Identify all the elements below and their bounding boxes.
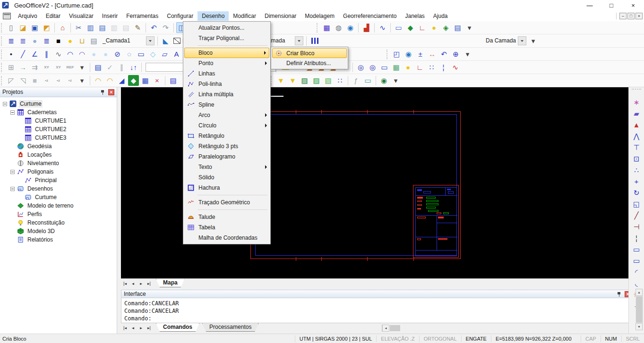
select-window-icon[interactable]: ◸ <box>6 75 17 86</box>
home-icon[interactable]: ⌂ <box>57 22 68 33</box>
cut-icon[interactable]: ✂ <box>73 22 84 33</box>
rounded-rect-icon[interactable]: ▭ <box>362 75 373 86</box>
trim-icon[interactable]: ⊣ <box>631 221 642 232</box>
reconstituicao-icon[interactable]: ● <box>429 22 439 33</box>
tree-expander-icon[interactable] <box>10 110 15 115</box>
modelo-terreno-icon[interactable]: ◆ <box>405 22 416 33</box>
menu-ferramentas[interactable]: Ferramentas <box>122 11 163 21</box>
eraser-icon[interactable]: ▰ <box>631 108 642 119</box>
profile-red-icon[interactable]: ∟ <box>414 62 425 73</box>
break-icon[interactable]: ¦ <box>631 233 642 243</box>
tree-item-reconstituicao[interactable]: Reconstituição <box>1 218 117 227</box>
menu-item-circulo[interactable]: Círculo <box>183 120 270 131</box>
parallel-disabled-icon[interactable]: ∥ <box>116 62 127 73</box>
rectangle-3pt-tool-icon[interactable]: ◇ <box>147 49 158 59</box>
tree-item-curtume-root[interactable]: Curtume <box>1 100 117 108</box>
paste-disabled-icon[interactable]: ▤ <box>120 22 131 33</box>
cmd-next-button[interactable]: ▸ <box>137 324 145 332</box>
tree-item-modelo-terreno[interactable]: Modelo de terreno <box>1 201 117 210</box>
hatch-pattern-icon[interactable]: ▨ <box>299 75 310 86</box>
filter-edit-icon[interactable]: ▼ <box>287 75 298 86</box>
toolbar-grip[interactable] <box>1 76 4 85</box>
menu-item-retangulo[interactable]: Retângulo <box>183 131 270 141</box>
menu-arquivo[interactable]: Arquivo <box>14 11 42 21</box>
status-snap-toggle[interactable]: ENGATE <box>461 335 491 342</box>
spline-red-icon[interactable]: ∿ <box>450 62 461 73</box>
circle-2pt-tool-icon[interactable]: ◌ <box>124 49 135 59</box>
desenhos-icon[interactable]: ▭ <box>393 22 404 33</box>
formula-icon[interactable]: ƒ <box>351 75 361 86</box>
circle-center-tool-icon[interactable]: ● <box>100 49 111 59</box>
menu-item-arco[interactable]: Arco <box>183 110 270 120</box>
map-last-button[interactable]: ▸| <box>145 280 153 287</box>
format-painter-icon[interactable]: ✎ <box>132 22 143 33</box>
z-point-icon[interactable]: •z <box>41 75 52 86</box>
tree-item-relatorios[interactable]: Relatórios <box>1 235 117 244</box>
hatch-dash-icon[interactable]: ▧ <box>323 75 334 86</box>
maximize-button[interactable]: □ <box>601 0 622 10</box>
compass-icon[interactable]: ◉ <box>378 75 389 86</box>
extend-icon[interactable]: ╱ <box>631 210 642 221</box>
polygon-area-icon[interactable]: ◆ <box>128 75 139 86</box>
menu-item-hachura[interactable]: Hachura <box>183 183 270 193</box>
menu-item-spline[interactable]: Spline <box>183 100 270 110</box>
layer-unlock-icon[interactable]: ⊔ <box>77 35 87 46</box>
menu-item-malha-de-coordenadas[interactable]: Malha de Coordenadas <box>183 233 270 243</box>
spline-tool-icon[interactable]: ∿ <box>53 49 64 59</box>
relatorios-icon[interactable]: ▤ <box>452 22 463 33</box>
menu-item-tracar-poligonal[interactable]: Traçar Poligonal... <box>183 33 270 43</box>
toolbar-grip[interactable] <box>1 23 4 33</box>
tree-item-curtume2[interactable]: CURTUME2 <box>1 125 117 134</box>
toolbar-overflow-icon[interactable]: ▾ <box>464 22 475 33</box>
close-button[interactable]: × <box>622 0 644 10</box>
document-icon[interactable] <box>3 13 11 19</box>
explode-attributes-icon[interactable]: ∗ <box>631 97 642 108</box>
status-crs[interactable]: UTM | SIRGAS 2000 | 23 | SUL <box>295 335 376 342</box>
layer-stack-icon[interactable]: ≣ <box>41 35 52 46</box>
menu-item-linha-multipla[interactable]: Linha múltipla <box>183 89 270 100</box>
menu-dimensionar[interactable]: Dimensionar <box>260 11 301 21</box>
rectangle-tool-icon[interactable]: ▭ <box>136 49 146 59</box>
toolbar-overflow-icon[interactable]: ▾ <box>462 49 473 59</box>
image-icon[interactable]: ▦ <box>391 62 402 73</box>
menu-item-talude[interactable]: Talude <box>183 212 270 222</box>
close-panel-button[interactable]: × <box>108 89 114 95</box>
nivelamento-icon[interactable]: ◍ <box>333 22 344 33</box>
copy-object-icon[interactable]: ▲ <box>631 119 642 130</box>
zoom-center-icon[interactable]: ⊕ <box>450 49 461 59</box>
polyline-tool-icon[interactable]: ∠ <box>29 49 40 59</box>
tree-item-modelo-3d[interactable]: Modelo 3D <box>1 227 117 235</box>
trim-t-icon[interactable]: ⊤ <box>631 142 642 153</box>
menu-editar[interactable]: Editar <box>42 11 65 21</box>
zoom-previous-icon[interactable]: ↶ <box>438 49 449 59</box>
array-icon[interactable]: ∴ <box>631 165 642 176</box>
scroll-down-icon[interactable]: ▾ <box>635 323 643 330</box>
cmd-prev-button[interactable]: ◂ <box>129 324 137 332</box>
zoom-window-icon[interactable]: ◰ <box>391 49 402 59</box>
layer-manager-icon[interactable]: ≣ <box>6 35 17 46</box>
scrollbar-thumb[interactable] <box>636 296 643 323</box>
copy-disabled-icon[interactable]: ▥ <box>109 22 120 33</box>
linestyle-combo[interactable]: Da Camada <box>484 36 526 45</box>
layer-visibility-icon[interactable]: ● <box>29 35 40 46</box>
table-export-icon[interactable]: ▦ <box>140 75 151 86</box>
menu-ajuda[interactable]: Ajuda <box>429 11 452 21</box>
panel-splitter[interactable] <box>117 87 121 334</box>
status-ortho-toggle[interactable]: ORTOGONAL <box>419 335 461 342</box>
menu-georreferenciamento[interactable]: Georreferenciamento <box>339 11 401 21</box>
block-create-icon[interactable]: ◎ <box>355 62 366 73</box>
save-icon[interactable]: ▣ <box>29 22 40 33</box>
layer-previous-icon[interactable]: ≣ <box>17 35 28 46</box>
toolbar-grip[interactable] <box>632 89 641 91</box>
pin-icon[interactable] <box>617 292 622 297</box>
tree-item-geodesia[interactable]: Geodésia <box>1 142 117 151</box>
perfis-icon[interactable]: ∟ <box>417 22 428 33</box>
tree-item-principal[interactable]: Principal <box>1 176 117 184</box>
modelo-3d-icon[interactable]: ◈ <box>440 22 451 33</box>
tree-item-curtume-drawing[interactable]: Curtume <box>1 193 117 201</box>
circle-radius-tool-icon[interactable]: ⊘ <box>112 49 123 59</box>
map-next-button[interactable]: ▸ <box>137 280 145 287</box>
paste-icon[interactable]: ▤ <box>97 22 108 33</box>
cogo-traverse-icon[interactable]: ⊞ <box>6 62 17 73</box>
menu-item-definir-atributos[interactable]: Definir Atributos... <box>271 58 348 68</box>
